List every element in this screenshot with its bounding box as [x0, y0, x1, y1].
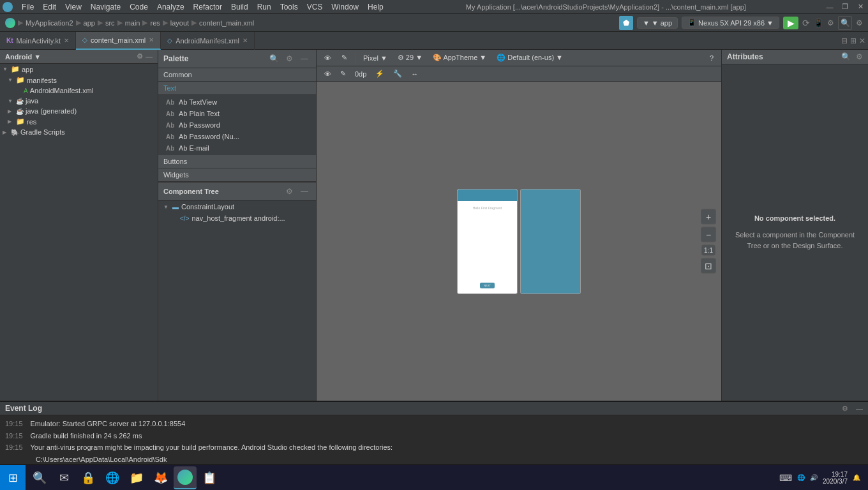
taskbar-browser-icon[interactable]: 🌐 [101, 466, 124, 489]
tree-item-res[interactable]: ▶ 📁 res [0, 116, 158, 127]
palette-cat-text[interactable]: Text [158, 82, 316, 95]
tree-item-app[interactable]: ▼ 📁 app [0, 64, 158, 75]
device-dropdown[interactable]: 📱Nexus 5X API 29 x86 ▼ [682, 17, 779, 29]
design-constraint-icon[interactable]: 0dp [352, 69, 369, 79]
menu-window[interactable]: Window [327, 1, 363, 13]
design-magic-icon[interactable]: ⚡ [373, 68, 387, 79]
taskbar-store-icon[interactable]: 📋 [198, 466, 221, 489]
tree-item-gradle[interactable]: ▶ 🐘 Gradle Scripts [0, 127, 158, 137]
zoom-out-button[interactable]: − [701, 227, 716, 242]
design-margin-icon[interactable]: ↔ [408, 69, 421, 79]
design-locale-icon[interactable]: 🌐 Default (en-us) ▼ [494, 52, 565, 63]
palette-search-icon[interactable]: 🔍 [267, 52, 280, 65]
maximize-button[interactable]: ❐ [840, 2, 850, 12]
menu-edit[interactable]: Edit [39, 1, 60, 13]
design-theme-icon[interactable]: 🎨 AppTheme ▼ [430, 52, 489, 63]
tree-item-androidmanifest[interactable]: ▶ A AndroidManifest.xml [0, 85, 158, 96]
taskbar-network-icon[interactable]: 🌐 [797, 474, 805, 481]
palette-cat-widgets[interactable]: Widgets [158, 168, 316, 182]
palette-cat-common[interactable]: Common [158, 68, 316, 82]
breadcrumb-app[interactable]: app [84, 19, 95, 27]
menu-analyze[interactable]: Analyze [153, 1, 188, 13]
design-dimensions-icon[interactable]: Pixel ▼ [361, 53, 390, 63]
attributes-search-icon[interactable]: 🔍 [841, 52, 851, 61]
sidebar-settings-icon[interactable]: ⚙ [137, 52, 143, 61]
panel-close-icon[interactable]: ✕ [859, 36, 865, 45]
menu-view[interactable]: View [61, 1, 86, 13]
design-eye-icon[interactable]: 👁 [322, 69, 334, 79]
minimize-button[interactable]: — [825, 2, 835, 12]
avd-icon[interactable]: 📱 [814, 19, 823, 27]
tree-item-java-generated[interactable]: ▶ ☕ java (generated) [0, 106, 158, 116]
sidebar-close-icon[interactable]: — [146, 53, 153, 61]
app-config-dropdown[interactable]: ▼▼ app [637, 17, 678, 29]
breadcrumb-main[interactable]: main [125, 19, 140, 27]
run-button[interactable]: ▶ [783, 17, 798, 29]
design-pencil-icon[interactable]: ✎ [338, 68, 348, 79]
tab-content-main[interactable]: ◇ content_main.xml ✕ [76, 32, 161, 50]
menu-tools[interactable]: Tools [276, 1, 302, 13]
android-dropdown[interactable]: Android ▼ [5, 53, 41, 61]
menu-vcs[interactable]: VCS [303, 1, 327, 13]
tree-item-manifests[interactable]: ▼ 📁 manifests [0, 75, 158, 85]
sdk-icon[interactable]: ⚙ [827, 19, 834, 27]
breadcrumb-file[interactable]: content_main.xml [199, 19, 254, 27]
palette-item-password-num[interactable]: Ab Ab Password (Nu... [158, 131, 316, 142]
tab-androidmanifest[interactable]: ◇ AndroidManifest.xml ✕ [161, 32, 255, 50]
breadcrumb-res[interactable]: res [150, 19, 160, 27]
start-button[interactable]: ⊞ [0, 465, 26, 491]
palette-cat-buttons[interactable]: Buttons [158, 155, 316, 168]
panel-split-icon[interactable]: ⊞ [850, 36, 857, 45]
comp-tree-constraint-layout[interactable]: ▼ ▬ ConstraintLayout [158, 201, 316, 212]
palette-item-plaintext[interactable]: Ab Ab Plain Text [158, 108, 316, 119]
tab-mainactivity[interactable]: Kt MainActivity.kt ✕ [0, 32, 76, 50]
taskbar-files-icon[interactable]: 📁 [125, 466, 148, 489]
menu-help[interactable]: Help [364, 1, 387, 13]
palette-item-password[interactable]: Ab Ab Password [158, 119, 316, 131]
taskbar-security-icon[interactable]: 🔒 [77, 466, 100, 489]
palette-item-textview[interactable]: Ab Ab TextView [158, 96, 316, 108]
zoom-fit-button[interactable]: ⊡ [701, 258, 716, 274]
palette-collapse-icon[interactable]: — [298, 52, 311, 65]
tab-close-content-main[interactable]: ✕ [149, 36, 154, 43]
design-mode-button[interactable]: ⬟ [619, 16, 633, 30]
menu-run[interactable]: Run [253, 1, 275, 13]
design-err-icon[interactable]: 🔧 [391, 68, 405, 79]
taskbar-firefox-icon[interactable]: 🦊 [149, 466, 172, 489]
tree-item-java[interactable]: ▼ ☕ java [0, 96, 158, 106]
panel-layout-icon[interactable]: ⊟ [841, 36, 848, 45]
menu-navigate[interactable]: Navigate [87, 1, 124, 13]
menu-file[interactable]: File [18, 1, 38, 13]
menu-refactor[interactable]: Refactor [190, 1, 226, 13]
breadcrumb-layout[interactable]: layout [170, 19, 189, 27]
design-api-icon[interactable]: ⚙ 29 ▼ [395, 52, 425, 63]
comp-tree-collapse-icon[interactable]: — [298, 185, 311, 198]
comp-tree-nav-host[interactable]: ▶ </> nav_host_fragment android:... [158, 212, 316, 224]
menu-code[interactable]: Code [126, 1, 152, 13]
search-button[interactable]: 🔍 [838, 16, 852, 30]
event-log-close-icon[interactable]: — [856, 405, 863, 412]
settings-icon[interactable]: ⚙ [856, 19, 863, 27]
palette-item-email[interactable]: Ab Ab E-mail [158, 142, 316, 154]
taskbar-notifications-icon[interactable]: 🔔 [853, 474, 860, 481]
comp-tree-settings-icon[interactable]: ⚙ [283, 185, 296, 198]
taskbar-mail-icon[interactable]: ✉ [52, 466, 75, 489]
design-blueprint-icon[interactable]: ✎ [339, 52, 350, 63]
close-button[interactable]: ✕ [855, 2, 865, 12]
menu-build[interactable]: Build [227, 1, 252, 13]
taskbar-search-icon[interactable]: 🔍 [28, 466, 51, 489]
event-log-settings-icon[interactable]: ⚙ [842, 405, 848, 413]
breadcrumb-src[interactable]: src [105, 19, 115, 27]
attributes-settings-icon[interactable]: ⚙ [856, 52, 863, 61]
taskbar-volume-icon[interactable]: 🔊 [810, 474, 818, 481]
design-help-icon[interactable]: ? [707, 53, 716, 63]
taskbar-android-studio-icon[interactable] [174, 466, 197, 489]
tab-close-mainactivity[interactable]: ✕ [64, 37, 69, 44]
palette-settings-icon[interactable]: ⚙ [283, 52, 296, 65]
design-view-icon[interactable]: 👁 [322, 53, 334, 63]
taskbar-keyboard-icon[interactable]: ⌨ [779, 473, 792, 483]
breadcrumb-app-icon[interactable] [5, 18, 15, 28]
zoom-in-button[interactable]: + [701, 209, 716, 225]
tab-close-androidmanifest[interactable]: ✕ [243, 37, 248, 44]
breadcrumb-project[interactable]: MyApplication2 [26, 19, 73, 27]
